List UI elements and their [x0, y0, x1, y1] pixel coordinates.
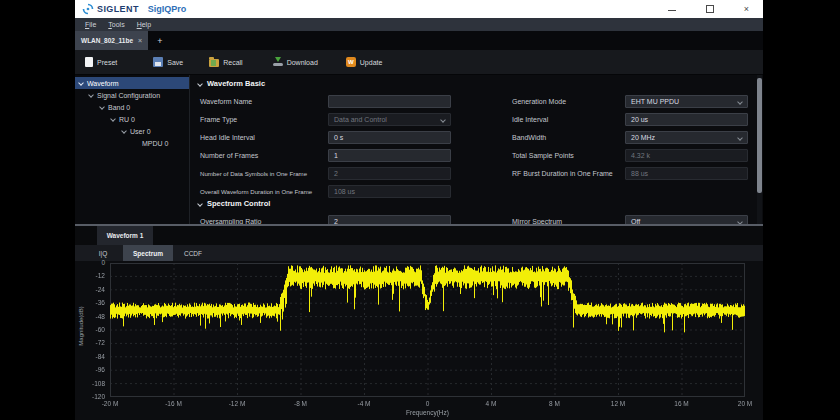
field-value: 20 MHz [631, 134, 655, 141]
tab-ccdf[interactable]: CCDF [173, 245, 213, 261]
row-head-idle-interval: Head Idle Interval 0 s [200, 131, 451, 144]
tab-wlan-802-11be[interactable]: WLAN_802_11be × [75, 31, 148, 50]
field-label: Idle Interval [512, 116, 625, 123]
tree-item-mpdu-0[interactable]: MPDU 0 [75, 137, 189, 149]
y-tick-label: -72 [75, 339, 105, 346]
app-window: SIGLENT SigIQPro × File Tools Help WLAN_… [75, 0, 763, 420]
minimize-icon[interactable] [668, 5, 676, 13]
settings-form: Waveform Basic Waveform Name Frame Type … [190, 75, 763, 224]
app-name: SigIQPro [148, 4, 187, 14]
tree-item-label: RU 0 [119, 116, 135, 123]
recall-button[interactable]: Recall [209, 57, 242, 67]
add-tab-button[interactable]: + [157, 36, 162, 46]
x-tick-label: -8 M [281, 400, 321, 407]
chevron-down-icon [440, 117, 446, 123]
tree-item-signal-configuration[interactable]: Signal Configuration [75, 89, 189, 101]
recall-label: Recall [223, 59, 242, 66]
update-label: Update [360, 59, 383, 66]
form-scrollbar[interactable] [757, 75, 762, 224]
field-label: Overall Waveform Duration in One Frame [200, 188, 328, 195]
view-tab-bar: I|Q Spectrum CCDF [75, 245, 763, 261]
x-tick-label: 8 M [535, 400, 575, 407]
bandwidth-dropdown[interactable]: 20 MHz [625, 131, 748, 144]
rf-burst-duration-input: 88 us [625, 167, 748, 180]
download-button[interactable]: Download [273, 57, 318, 67]
section-title: Spectrum Control [207, 199, 270, 208]
form-scrollbar-thumb[interactable] [757, 78, 762, 193]
tree-item-label: Band 0 [108, 104, 130, 111]
field-value: EHT MU PPDU [631, 98, 679, 105]
preset-button[interactable]: Preset [85, 57, 117, 67]
chevron-down-icon[interactable] [121, 128, 127, 134]
chevron-down-icon[interactable] [99, 104, 105, 110]
row-bandwidth: BandWidth 20 MHz [512, 131, 748, 144]
chevron-down-icon[interactable] [78, 80, 84, 86]
menu-help[interactable]: Help [131, 21, 157, 28]
field-label: Number of Frames [200, 152, 328, 159]
field-label: Total Sample Points [512, 152, 625, 159]
maximize-icon[interactable] [706, 5, 714, 13]
head-idle-interval-input[interactable]: 0 s [328, 131, 451, 144]
overall-duration-input: 108 us [328, 185, 451, 198]
chevron-down-icon[interactable] [737, 99, 743, 105]
chevron-down-icon[interactable] [197, 201, 203, 207]
section-spectrum-control[interactable]: Spectrum Control [198, 199, 270, 208]
save-button[interactable]: Save [153, 57, 183, 67]
title-bar: SIGLENT SigIQPro × [75, 0, 763, 18]
toolbar: Preset Save Recall Download W Update [75, 50, 763, 75]
row-frame-type: Frame Type Data and Control [200, 113, 451, 126]
field-label: Generation Mode [512, 98, 625, 105]
menu-file[interactable]: File [79, 21, 102, 28]
x-tick-label: 20 M [725, 400, 765, 407]
field-label: Frame Type [200, 116, 328, 123]
idle-interval-input[interactable]: 20 us [625, 113, 748, 126]
document-icon [85, 57, 93, 67]
waveform-name-input[interactable] [328, 95, 451, 108]
logo-wrap: SIGLENT SigIQPro [82, 3, 186, 15]
row-generation-mode: Generation Mode EHT MU PPDU [512, 95, 748, 108]
row-rf-burst-duration: RF Burst Duration in One Frame 88 us [512, 167, 748, 180]
brand-text: SIGLENT [97, 4, 139, 14]
chevron-down-icon[interactable] [88, 92, 94, 98]
x-tick-label: 4 M [471, 400, 511, 407]
row-total-sample-points: Total Sample Points 4.32 k [512, 149, 748, 162]
y-tick-label: -108 [75, 380, 105, 387]
y-tick-label: 0 [75, 259, 105, 266]
tree-item-user-0[interactable]: User 0 [75, 125, 189, 137]
y-tick-label: -12 [75, 272, 105, 279]
tab-waveform-1[interactable]: Waveform 1 [97, 226, 153, 245]
download-label: Download [287, 59, 318, 66]
x-tick-label: -20 M [90, 400, 130, 407]
mirror-spectrum-dropdown[interactable]: Off [625, 215, 748, 224]
y-tick-label: -60 [75, 326, 105, 333]
tree-item-waveform[interactable]: Waveform [75, 77, 189, 89]
y-tick-label: -36 [75, 299, 105, 306]
menu-tools[interactable]: Tools [102, 21, 130, 28]
menu-bar: File Tools Help [75, 18, 763, 31]
chevron-down-icon[interactable] [197, 81, 203, 87]
close-icon[interactable]: × [744, 5, 749, 13]
document-tab-bar: WLAN_802_11be × + [75, 31, 763, 50]
section-waveform-basic[interactable]: Waveform Basic [198, 79, 265, 88]
tab-spectrum[interactable]: Spectrum [123, 245, 173, 261]
number-of-frames-input[interactable]: 1 [328, 149, 451, 162]
tree-item-label: Waveform [87, 80, 119, 87]
spectrum-plot[interactable] [110, 263, 745, 397]
x-tick-label: -16 M [154, 400, 194, 407]
tree-item-band-0[interactable]: Band 0 [75, 101, 189, 113]
chevron-down-icon[interactable] [110, 116, 116, 122]
y-tick-label: -48 [75, 313, 105, 320]
update-icon: W [346, 57, 356, 67]
row-overall-duration: Overall Waveform Duration in One Frame 1… [200, 185, 451, 198]
chevron-down-icon[interactable] [737, 135, 743, 141]
tree-item-ru-0[interactable]: RU 0 [75, 113, 189, 125]
generation-mode-dropdown[interactable]: EHT MU PPDU [625, 95, 748, 108]
oversampling-ratio-input[interactable]: 2 [328, 215, 451, 224]
update-button[interactable]: W Update [346, 57, 383, 67]
field-label: Waveform Name [200, 98, 328, 105]
config-tree: Waveform Signal Configuration Band 0 RU … [75, 75, 190, 224]
tab-close-icon[interactable]: × [138, 37, 142, 44]
data-symbols-input: 2 [328, 167, 451, 180]
x-tick-label: 16 M [662, 400, 702, 407]
total-sample-points-input: 4.32 k [625, 149, 748, 162]
